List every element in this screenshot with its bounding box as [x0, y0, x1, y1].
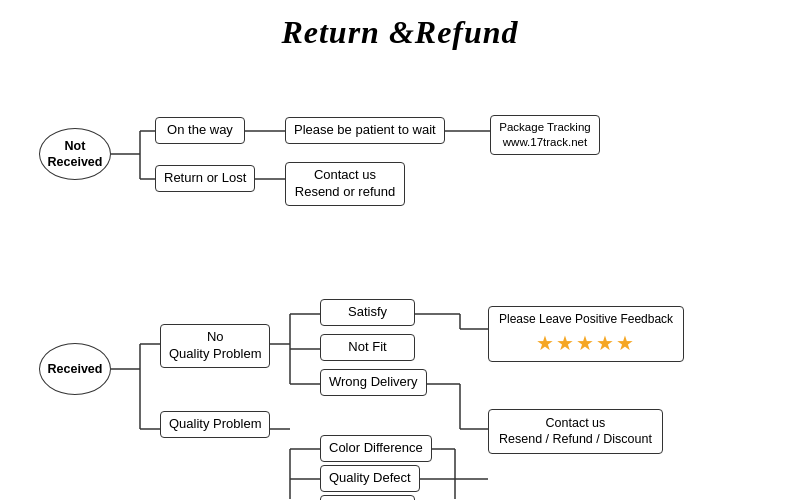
no-quality-problem-node: No Quality Problem: [160, 324, 270, 368]
satisfy-node: Satisfy: [320, 299, 415, 326]
package-tracking-node: Package Tracking www.17track.net: [490, 115, 600, 155]
contact-resend-refund-node: Contact us Resend or refund: [285, 162, 405, 206]
color-difference-node: Color Difference: [320, 435, 432, 462]
stars-icon: ★★★★★: [536, 330, 636, 356]
wrong-delivery-node: Wrong Delivery: [320, 369, 427, 396]
quality-problem-node: Quality Problem: [160, 411, 270, 438]
page-title: Return &Refund: [0, 0, 800, 59]
damage-node: Damage: [320, 495, 415, 500]
received-node: Received: [39, 343, 111, 395]
on-the-way-node: On the way: [155, 117, 245, 144]
feedback-node: Please Leave Positive Feedback ★★★★★: [488, 306, 684, 362]
contact-resend-refund-discount-node: Contact us Resend / Refund / Discount: [488, 409, 663, 454]
not-fit-node: Not Fit: [320, 334, 415, 361]
quality-defect-node: Quality Defect: [320, 465, 420, 492]
not-received-node: Not Received: [39, 128, 111, 180]
return-or-lost-node: Return or Lost: [155, 165, 255, 192]
please-be-patient-node: Please be patient to wait: [285, 117, 445, 144]
